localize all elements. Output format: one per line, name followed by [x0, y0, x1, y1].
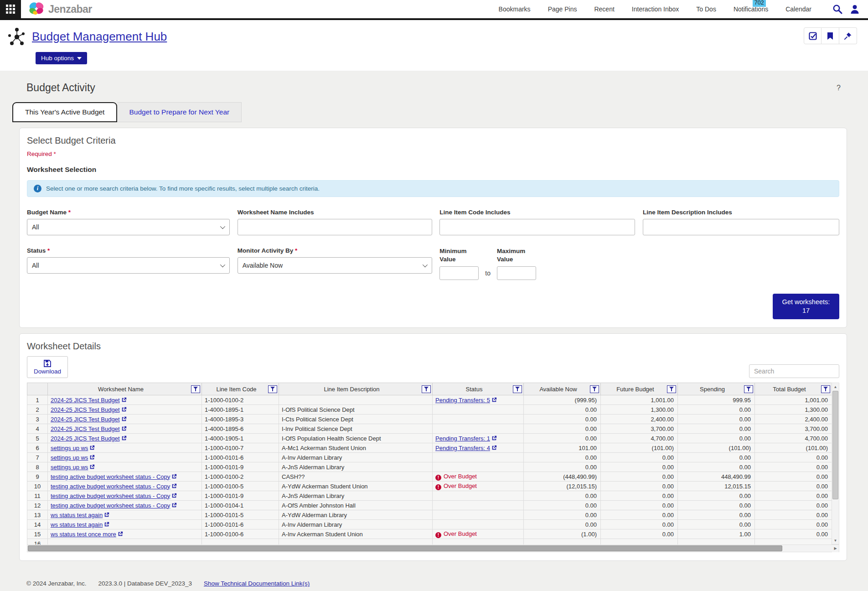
spending-cell: 0.00 [678, 453, 755, 462]
worksheet-name-link[interactable]: ws status test again [51, 512, 103, 518]
footer: © 2024 Jenzabar, Inc. 2023.3.0 | Databas… [26, 580, 868, 587]
filter-button[interactable] [268, 385, 277, 393]
worksheet-name-link[interactable]: settings up ws [51, 464, 88, 471]
maximum-value-input[interactable] [497, 266, 536, 280]
filter-button[interactable] [422, 385, 431, 393]
table-search-input[interactable] [749, 364, 839, 378]
spending-cell: 12,015.15 [678, 482, 755, 491]
jenzabar-logo[interactable]: Jenzabar [27, 1, 92, 17]
status-cell [433, 462, 524, 472]
worksheet-name-link[interactable]: testing active budget worksheet status -… [51, 502, 170, 509]
worksheet-name-link[interactable]: 2024-25 JICS Test Budget [51, 416, 120, 423]
spending-cell: 448,490.99 [678, 472, 755, 482]
table-row: 8settings up ws1-1000-0101-9A-JnS Alderm… [27, 462, 832, 472]
future-budget-cell [601, 539, 678, 545]
line-item-code-cell: 1-4000-1895-6 [202, 424, 279, 434]
table-row: 42024-25 JICS Test Budget1-4000-1895-6I-… [27, 424, 832, 434]
pending-transfers-link[interactable]: Pending Transfers: 1 [435, 435, 490, 442]
worksheet-name-link[interactable]: settings up ws [51, 454, 88, 461]
maximum-value-field: MaximumValue [497, 247, 536, 280]
top-nav: BookmarksPage PinsRecentInteraction Inbo… [499, 0, 811, 19]
worksheet-name-link[interactable]: ws status test once more [51, 531, 116, 538]
filter-button[interactable] [667, 385, 676, 393]
to-label: to [485, 270, 491, 277]
worksheet-name-cell: settings up ws [48, 453, 202, 462]
technical-documentation-link[interactable]: Show Technical Documentation Link(s) [204, 580, 310, 587]
tasks-check-button[interactable] [804, 27, 822, 44]
pin-button[interactable] [839, 27, 857, 44]
line-item-code-input[interactable] [439, 219, 635, 235]
scroll-right-icon[interactable]: ▶ [832, 545, 839, 552]
line-item-code-cell: 1-4000-1905-1 [202, 434, 279, 443]
worksheet-table: Worksheet NameLine Item CodeLine Item De… [27, 383, 832, 544]
row-number-cell: 6 [27, 443, 48, 453]
search-icon[interactable] [832, 4, 842, 14]
table-row: 12024-25 JICS Test Budget1-1000-0100-2Pe… [27, 395, 832, 405]
user-icon[interactable] [850, 4, 860, 14]
minimum-value-input[interactable] [439, 266, 479, 280]
line-item-description-cell: A-JnS Alderman Library [279, 491, 433, 501]
worksheet-name-label: Worksheet Name Includes [238, 209, 432, 216]
line-item-code-cell: 1-1000-0100-7 [202, 443, 279, 453]
vertical-scroll-thumb[interactable] [832, 391, 838, 499]
worksheet-name-link[interactable]: testing active budget worksheet status -… [51, 473, 170, 480]
nav-item-interaction-inbox[interactable]: Interaction Inbox [632, 5, 679, 13]
col-spending: Spending [678, 383, 755, 395]
horizontal-scroll-thumb[interactable] [28, 545, 782, 551]
worksheet-name-link[interactable]: settings up ws [51, 445, 88, 451]
pending-transfers-link[interactable]: Pending Transfers: 4 [435, 445, 490, 451]
scroll-up-icon[interactable]: ▲ [832, 383, 839, 390]
scroll-down-icon[interactable]: ▼ [832, 537, 839, 544]
line-item-code-cell: 1-1000-0100-2 [202, 395, 279, 405]
page-title[interactable]: Budget Management Hub [32, 30, 167, 44]
filter-button[interactable] [513, 385, 522, 393]
col-worksheet-name: Worksheet Name [48, 383, 202, 395]
tab-this-year-active-budget[interactable]: This Year's Active Budget [12, 102, 117, 122]
nav-item-to-dos[interactable]: To Dos [696, 5, 716, 13]
monitor-activity-field: Monitor Activity By * Available Now [238, 247, 432, 280]
nav-item-recent[interactable]: Recent [594, 5, 614, 13]
nav-item-notifications[interactable]: Notifications702 [734, 5, 768, 13]
line-item-description-cell: I-Cts Political Science Dept [279, 415, 433, 424]
status-select[interactable]: All [27, 257, 230, 274]
worksheet-name-link[interactable]: testing active budget worksheet status -… [51, 493, 170, 499]
nav-item-page-pins[interactable]: Page Pins [548, 5, 577, 13]
vertical-scrollbar[interactable]: ▲ ▼ [832, 383, 839, 544]
worksheet-name-link[interactable]: 2024-25 JICS Test Budget [51, 435, 120, 442]
filter-button[interactable] [590, 385, 599, 393]
line-item-code-cell: 1-1000-0104-1 [202, 501, 279, 510]
nav-item-calendar[interactable]: Calendar [785, 5, 811, 13]
available-now-cell: 0.00 [524, 510, 601, 520]
external-link-icon [121, 426, 127, 431]
monitor-activity-label: Monitor Activity By * [238, 247, 432, 254]
filter-funnel-icon [515, 387, 520, 391]
external-link-icon [491, 397, 497, 403]
row-number-cell: 7 [27, 453, 48, 462]
worksheet-name-link[interactable]: testing active budget worksheet status -… [51, 483, 170, 490]
app-launcher-grid-icon[interactable] [0, 0, 21, 19]
filter-button[interactable] [191, 385, 200, 393]
filter-button[interactable] [821, 385, 830, 393]
line-item-description-input[interactable] [643, 219, 839, 235]
filter-button[interactable] [744, 385, 753, 393]
row-number-cell: 4 [27, 424, 48, 434]
worksheet-name-input[interactable] [238, 219, 432, 235]
pending-transfers-link[interactable]: Pending Transfers: 5 [435, 397, 490, 404]
nav-item-bookmarks[interactable]: Bookmarks [499, 5, 531, 13]
get-worksheets-button[interactable]: Get worksheets:17 [773, 294, 839, 319]
bookmark-button[interactable] [822, 27, 839, 44]
horizontal-scrollbar[interactable]: ▶ [27, 544, 839, 552]
download-button[interactable]: Download [27, 356, 68, 378]
row-number-cell: 1 [27, 395, 48, 405]
monitor-activity-select[interactable]: Available Now [238, 257, 432, 274]
tab-budget-next-year[interactable]: Budget to Prepare for Next Year [117, 102, 242, 122]
budget-name-select[interactable]: All [27, 219, 230, 235]
worksheet-name-link[interactable]: 2024-25 JICS Test Budget [51, 397, 120, 404]
total-budget-cell: 0.00 [755, 529, 832, 539]
worksheet-name-link[interactable]: ws status test again [51, 521, 103, 528]
worksheet-name-link[interactable]: 2024-25 JICS Test Budget [51, 425, 120, 432]
hub-options-button[interactable]: Hub options [36, 52, 87, 64]
table-row: 6settings up ws1-1000-0100-7A-Mc1 Ackerm… [27, 443, 832, 453]
worksheet-name-link[interactable]: 2024-25 JICS Test Budget [51, 406, 120, 413]
help-icon[interactable]: ? [837, 84, 847, 92]
